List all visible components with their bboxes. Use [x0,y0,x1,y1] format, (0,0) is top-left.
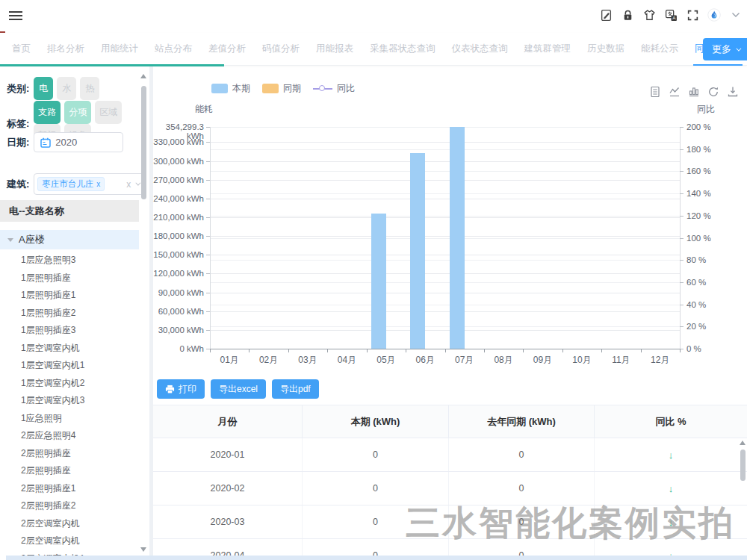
tree-item[interactable]: 2层空调室内机 [0,515,139,533]
x-tick [523,349,524,352]
tab-仪表状态查询[interactable]: 仪表状态查询 [450,33,509,66]
x-tick [641,349,642,352]
tree-item[interactable]: 1层空调室内机2 [0,375,139,393]
trend-down-icon: ↓ [669,449,674,461]
export-pdf-label: 导出pdf [280,383,311,396]
tab-差值分析[interactable]: 差值分析 [207,33,247,66]
left-tick-label: 0 kWh [153,344,204,353]
building-select[interactable]: 枣庄市台儿庄 x x [34,173,144,195]
tab-采集器状态查询[interactable]: 采集器状态查询 [368,33,437,66]
hamburger-icon[interactable] [9,11,22,22]
tree-item[interactable]: 1层空调室内机1 [0,357,139,375]
tab-建筑群管理[interactable]: 建筑群管理 [523,33,573,66]
tree-item[interactable]: 1层照明插座1 [0,287,139,305]
grid-line [210,161,680,162]
right-tick [680,326,684,327]
tabs-container: 首页排名分析用能统计站点分布差值分析码值分析用能报表采集器状态查询仪表状态查询建… [0,33,747,66]
theme-shirt-icon[interactable] [642,8,656,22]
print-button[interactable]: 打印 [157,379,205,399]
tab-首页[interactable]: 首页 [10,33,32,66]
tree-item[interactable]: 1层空调室内机3 [0,392,139,410]
export-pdf-button[interactable]: 导出pdf [272,379,319,399]
grid-line [210,238,680,239]
tree-root-node[interactable]: A座楼 [0,230,139,249]
right-tick [680,238,684,239]
cell-last-year: 0 [449,472,595,505]
filter-option-水[interactable]: 水 [57,77,76,100]
chart-canvas: 0 kWh30,000 kWh60,000 kWh90,000 kWh120,0… [153,66,747,372]
x-tick-label: 02月 [249,354,288,367]
left-tick [206,330,210,331]
tab-label: 用能统计 [101,43,138,55]
tab-码值分析[interactable]: 码值分析 [261,33,301,66]
right-tick-label: 120 % [686,211,724,220]
grid-line [210,293,680,293]
chevron-down-icon[interactable] [729,8,743,22]
tab-历史数据[interactable]: 历史数据 [586,33,626,66]
tab-label: 码值分析 [262,43,300,55]
tree-list-header: 电--支路名称 [0,200,139,222]
tab-label: 排名分析 [47,43,84,55]
flame-logo[interactable] [707,8,721,22]
left-tick [206,311,210,312]
cell-month: 2020-01 [153,438,303,471]
tab-用能报表[interactable]: 用能报表 [314,33,355,66]
notepad-edit-icon[interactable] [599,8,613,22]
tree-item[interactable]: 2层照明插座2 [0,497,139,515]
left-tick-label: 120,000 kWh [153,269,204,278]
cell-month: 2020-02 [153,472,303,505]
cell-current: 0 [303,472,449,505]
export-excel-label: 导出excel [219,383,258,396]
tree-item[interactable]: 1层照明插座2 [0,305,139,323]
tab-label: 历史数据 [587,43,624,55]
filter-option-支路[interactable]: 支路 [34,101,61,124]
filter-option-热[interactable]: 热 [80,77,99,100]
date-input[interactable]: 2020 [34,132,123,152]
grid-line [210,193,680,194]
tree-item[interactable]: 1层空调室内机 [0,340,139,358]
printer-icon [165,385,175,394]
x-tick-label: 06月 [406,354,444,367]
lock-icon[interactable] [621,8,634,22]
export-excel-button[interactable]: 导出excel [211,379,266,399]
tag-close-icon[interactable]: x [96,180,100,188]
tab-用能统计[interactable]: 用能统计 [99,33,140,66]
tree-item[interactable]: 1层应急照明3 [0,252,139,270]
right-tick [680,193,684,194]
tree-item[interactable]: 2层应急照明4 [0,427,139,445]
table-row: 2020-0100↓ [153,438,747,472]
scrollbar-thumb[interactable] [141,86,146,199]
tree-item[interactable]: 2层照明插座1 [0,480,139,498]
x-tick [601,349,602,352]
table-scrollbar-thumb[interactable] [740,449,746,481]
translate-icon[interactable]: A [664,8,678,22]
x-tick-label: 07月 [445,354,484,367]
fullscreen-icon[interactable] [686,8,699,22]
tab-能耗公示[interactable]: 能耗公示 [639,33,680,66]
table-scroll-up-icon[interactable] [740,441,746,445]
filter-option-分项[interactable]: 分项 [64,101,91,124]
tree-item[interactable]: 2层空调室内机 [0,532,139,550]
filter-option-电[interactable]: 电 [34,77,53,100]
tab-站点分布[interactable]: 站点分布 [153,33,193,66]
table-header-cell: 月份 [153,405,303,438]
select-clear-icon[interactable]: x [126,179,131,190]
left-tick-label: 30,000 kWh [153,326,204,335]
x-tick [445,349,446,352]
tree-item[interactable]: 2层照明插座 [0,462,139,480]
tab-排名分析[interactable]: 排名分析 [46,33,86,66]
tree-item[interactable]: 2层照明插座 [0,445,139,463]
right-tick-label: 180 % [686,145,724,154]
filter-option-区域[interactable]: 区域 [95,101,122,124]
date-value: 2020 [55,137,77,148]
x-tick-label: 01月 [210,354,249,367]
header-actions: A [599,8,743,22]
tree-item[interactable]: 1层照明插座 [0,270,139,287]
scroll-up-icon[interactable] [140,74,146,78]
left-tick [206,217,210,218]
scroll-down-icon[interactable] [140,547,146,552]
more-button[interactable]: 更多 [703,38,747,60]
left-tick [206,293,210,293]
tree-item[interactable]: 1层照明插座3 [0,322,139,340]
tree-item[interactable]: 1应急照明 [0,410,139,428]
